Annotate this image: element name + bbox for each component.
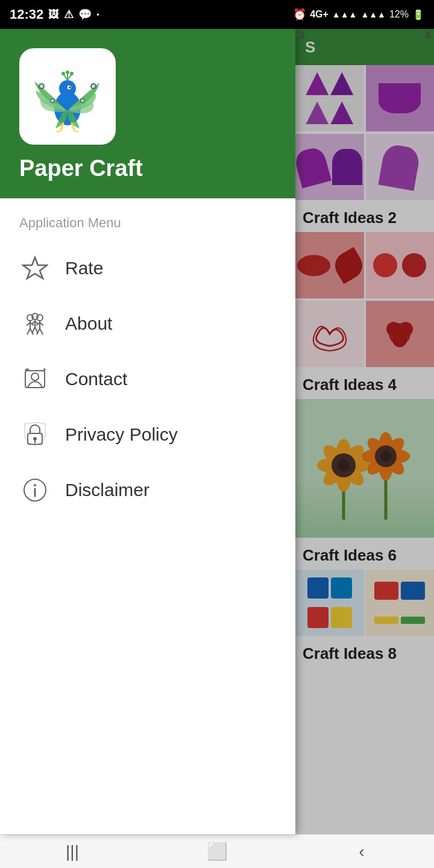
star-icon [19, 253, 51, 284]
disclaimer-label: Disclaimer [65, 480, 149, 500]
drawer-menu: Application Menu Rate [0, 198, 295, 834]
svg-point-9 [66, 71, 69, 74]
battery-icon: 🔋 [412, 9, 424, 20]
people-icon [19, 308, 51, 339]
svg-point-4 [69, 87, 71, 89]
main-content: S 3 4 [295, 29, 434, 834]
svg-point-18 [81, 99, 84, 102]
message-icon: 💬 [78, 8, 92, 21]
svg-point-12 [40, 84, 43, 88]
lock-icon [19, 419, 51, 450]
svg-marker-23 [23, 257, 47, 278]
status-bar: 12:32 🖼 ⚠ 💬 • ⏰ 4G+ ▲▲▲ ▲▲▲ 12% 🔋 [0, 0, 434, 29]
about-label: About [65, 313, 112, 334]
contact-icon [19, 363, 51, 395]
svg-point-43 [31, 373, 39, 380]
svg-point-8 [61, 72, 65, 75]
status-left: 12:32 🖼 ⚠ 💬 • [10, 7, 99, 22]
menu-item-disclaimer[interactable]: Disclaimer [0, 462, 295, 518]
svg-line-22 [74, 131, 79, 132]
privacy-label: Privacy Policy [65, 424, 178, 445]
rate-label: Rate [65, 258, 103, 278]
network-label: 4G+ [310, 9, 329, 20]
menu-section-label: Application Menu [0, 198, 295, 241]
alert-icon: ⚠ [64, 8, 74, 21]
home-circle-icon: ⬜ [207, 841, 228, 861]
svg-line-35 [40, 329, 43, 335]
svg-line-21 [56, 131, 61, 132]
drawer-header: Paper Craft [0, 29, 295, 198]
svg-point-14 [92, 84, 95, 88]
app-icon-wrapper [19, 48, 116, 145]
menu-item-privacy[interactable]: Privacy Policy [0, 407, 295, 462]
nav-menu-button[interactable]: ||| [48, 840, 96, 864]
battery-label: 12% [389, 9, 409, 20]
drawer-overlay [295, 29, 434, 834]
svg-line-40 [32, 327, 35, 333]
alarm-icon: ⏰ [293, 8, 306, 21]
peacock-svg [28, 57, 107, 136]
svg-point-16 [51, 99, 54, 102]
menu-lines-icon: ||| [66, 842, 79, 861]
app-title: Paper Craft [19, 156, 143, 181]
menu-item-contact[interactable]: Contact [0, 351, 295, 407]
menu-item-rate[interactable]: Rate [0, 241, 295, 296]
nav-bar: ||| ⬜ ‹ [0, 834, 434, 868]
signal-icon: ▲▲▲ [332, 10, 357, 19]
back-arrow-icon: ‹ [359, 842, 364, 861]
svg-point-10 [70, 72, 74, 75]
svg-line-28 [27, 329, 30, 335]
contact-label: Contact [65, 369, 127, 389]
svg-point-49 [34, 484, 36, 486]
app-container: Paper Craft Application Menu Rate [0, 29, 434, 834]
nav-back-button[interactable]: ‹ [338, 840, 386, 864]
status-right: ⏰ 4G+ ▲▲▲ ▲▲▲ 12% 🔋 [293, 8, 424, 21]
info-icon [19, 474, 51, 506]
menu-item-about[interactable]: About [0, 296, 295, 351]
dot-icon: • [96, 10, 99, 19]
navigation-drawer: Paper Craft Application Menu Rate [0, 29, 295, 834]
time-display: 12:32 [10, 7, 43, 22]
nav-home-button[interactable]: ⬜ [193, 840, 241, 864]
svg-line-41 [35, 327, 38, 333]
svg-point-45 [33, 437, 37, 441]
signal2-icon: ▲▲▲ [360, 10, 386, 19]
image-icon: 🖼 [48, 8, 59, 21]
